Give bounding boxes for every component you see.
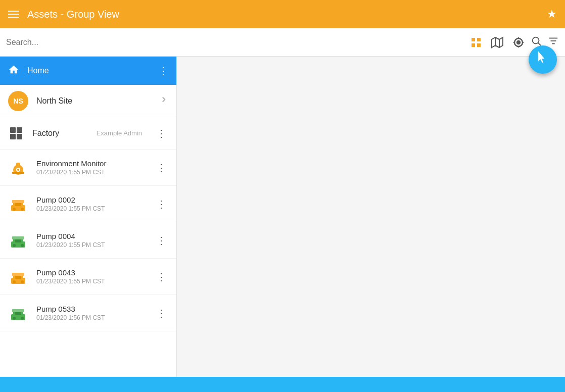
svg-point-45 xyxy=(13,280,16,283)
factory-icon xyxy=(8,125,24,141)
asset-name: Pump 0002 xyxy=(36,195,146,204)
nav-home-more-icon[interactable]: ⋮ xyxy=(158,65,168,77)
svg-rect-24 xyxy=(12,172,24,174)
svg-rect-51 xyxy=(15,312,21,315)
bottom-bar xyxy=(0,377,565,392)
asset-date: 01/23/2020 1:56 PM CST xyxy=(36,314,146,321)
svg-rect-8 xyxy=(477,43,481,47)
asset-info: Pump 0043 01/23/2020 1:55 PM CST xyxy=(36,268,146,285)
asset-more-button[interactable]: ⋮ xyxy=(154,196,168,212)
svg-point-38 xyxy=(13,244,16,247)
svg-rect-47 xyxy=(12,273,24,276)
svg-point-26 xyxy=(17,169,19,171)
top-bar: Assets - Group View ★ xyxy=(0,0,565,28)
factory-label: Factory xyxy=(32,129,88,138)
svg-point-13 xyxy=(517,41,520,44)
asset-name: Pump 0533 xyxy=(36,305,146,313)
toolbar-right xyxy=(470,36,525,52)
factory-more-button[interactable]: ⋮ xyxy=(154,125,168,141)
fab-icon xyxy=(536,51,550,68)
svg-point-31 xyxy=(13,208,16,211)
left-panel: Home ⋮ NS North Site Factory Example Adm… xyxy=(0,57,177,377)
asset-icon-pump_yellow xyxy=(8,194,28,214)
scan-icon[interactable] xyxy=(512,36,525,52)
asset-name: Environment Monitor xyxy=(36,159,146,168)
factory-row: Factory Example Admin ⋮ xyxy=(0,117,176,150)
chevron-right-icon xyxy=(159,95,168,107)
north-site-label: North Site xyxy=(36,96,151,106)
svg-rect-44 xyxy=(15,276,21,279)
asset-row[interactable]: Pump 0004 01/23/2020 1:55 PM CST ⋮ xyxy=(0,222,176,259)
asset-row[interactable]: Pump 0043 01/23/2020 1:55 PM CST ⋮ xyxy=(0,259,176,295)
asset-row[interactable]: Environment Monitor 01/23/2020 1:55 PM C… xyxy=(0,150,176,186)
svg-point-53 xyxy=(21,317,24,320)
svg-rect-21 xyxy=(17,134,22,139)
north-site-row[interactable]: NS North Site xyxy=(0,85,176,117)
page-title: Assets - Group View xyxy=(27,9,119,20)
svg-rect-23 xyxy=(16,163,20,168)
svg-rect-33 xyxy=(12,200,24,203)
grid-view-icon[interactable] xyxy=(470,36,482,52)
svg-rect-7 xyxy=(472,43,475,47)
asset-date: 01/23/2020 1:55 PM CST xyxy=(36,169,146,176)
asset-name: Pump 0043 xyxy=(36,268,146,277)
search-input[interactable] xyxy=(6,38,527,47)
asset-row[interactable]: Pump 0533 01/23/2020 1:56 PM CST ⋮ xyxy=(0,295,176,331)
asset-info: Environment Monitor 01/23/2020 1:55 PM C… xyxy=(36,159,146,176)
fab-button[interactable] xyxy=(529,45,557,74)
asset-more-button[interactable]: ⋮ xyxy=(154,269,168,285)
nav-home-label: Home xyxy=(27,66,150,75)
svg-point-52 xyxy=(13,317,16,320)
asset-date: 01/23/2020 1:55 PM CST xyxy=(36,278,146,285)
top-bar-left: Assets - Group View xyxy=(8,9,119,20)
svg-rect-18 xyxy=(10,127,16,133)
asset-icon-pump_green xyxy=(8,303,28,323)
nav-home[interactable]: Home ⋮ xyxy=(0,57,176,85)
svg-rect-20 xyxy=(10,134,16,139)
hamburger-menu[interactable] xyxy=(8,11,19,18)
svg-rect-37 xyxy=(15,239,21,242)
svg-rect-19 xyxy=(17,127,22,133)
asset-more-button[interactable]: ⋮ xyxy=(154,305,168,321)
svg-point-0 xyxy=(533,37,539,44)
svg-rect-54 xyxy=(12,309,24,312)
svg-rect-5 xyxy=(472,38,475,41)
asset-icon-pump_green xyxy=(8,230,28,251)
map-icon[interactable] xyxy=(491,36,503,52)
asset-info: Pump 0004 01/23/2020 1:55 PM CST xyxy=(36,232,146,249)
asset-info: Pump 0002 01/23/2020 1:55 PM CST xyxy=(36,195,146,212)
svg-point-46 xyxy=(21,280,24,283)
factory-admin-label: Example Admin xyxy=(97,129,142,137)
asset-icon-pump_yellow xyxy=(8,267,28,287)
svg-rect-6 xyxy=(477,38,481,41)
north-site-avatar: NS xyxy=(8,91,28,111)
asset-row[interactable]: Pump 0002 01/23/2020 1:55 PM CST ⋮ xyxy=(0,186,176,222)
svg-rect-40 xyxy=(12,236,24,239)
asset-date: 01/23/2020 1:55 PM CST xyxy=(36,205,146,212)
asset-more-button[interactable]: ⋮ xyxy=(154,160,168,176)
assets-list: Environment Monitor 01/23/2020 1:55 PM C… xyxy=(0,150,176,331)
asset-more-button[interactable]: ⋮ xyxy=(154,232,168,249)
asset-name: Pump 0004 xyxy=(36,232,146,240)
svg-marker-9 xyxy=(492,37,503,47)
star-icon[interactable]: ★ xyxy=(547,8,557,21)
home-icon xyxy=(8,64,19,77)
asset-icon-env xyxy=(8,158,28,178)
svg-rect-30 xyxy=(15,203,21,206)
asset-date: 01/23/2020 1:55 PM CST xyxy=(36,241,146,249)
asset-info: Pump 0533 01/23/2020 1:56 PM CST xyxy=(36,305,146,321)
svg-point-39 xyxy=(21,244,24,247)
svg-point-32 xyxy=(21,208,24,211)
